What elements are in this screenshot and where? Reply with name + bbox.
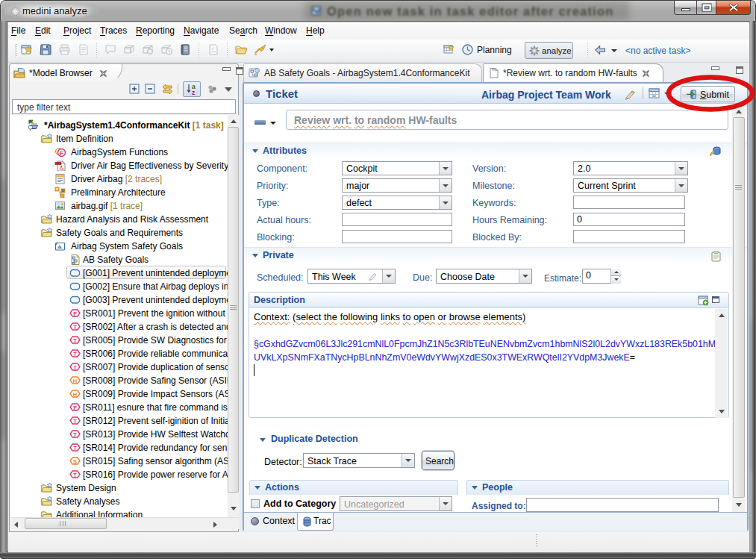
svg-text:T: T [73,418,77,425]
svg-text:T: T [73,324,77,331]
svg-text:T: T [73,472,77,478]
svg-text:F: F [73,405,77,411]
svg-text:T: T [73,337,77,344]
svg-text:T: T [73,364,77,371]
svg-text:z: z [192,89,195,96]
svg-text:T: T [73,351,77,357]
svg-text:T: T [73,445,77,452]
svg-text:H: H [73,378,77,384]
svg-text:H: H [73,391,77,398]
svg-text:T: T [73,431,77,438]
svg-text:S: S [73,458,77,465]
svg-text:F: F [73,310,77,317]
